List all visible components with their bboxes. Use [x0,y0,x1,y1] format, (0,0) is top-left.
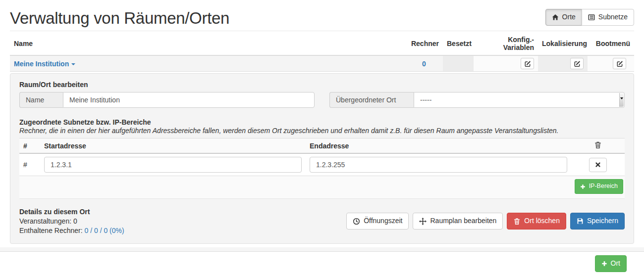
subnetze-tab-label: Subnetze [598,12,628,22]
computers-label: Enthaltene Rechner: [19,227,83,234]
location-name-link[interactable]: Meine Institution [14,60,75,68]
computers-line: Enthaltene Rechner: 0 / 0 / 0 (0%) [19,226,124,235]
edit-lokalisierung-button[interactable] [570,58,584,69]
parent-location-group: Übergeordneter Ort ----- [329,92,625,108]
column-header-konfig-variablen: Konfig.-Variablen [474,31,538,55]
edit-icon [524,60,531,67]
trash-icon [513,218,521,225]
subnets-table: # Startadresse Endadresse [19,138,625,199]
parent-location-label: Übergeordneter Ort [329,92,414,108]
column-header-hash: # [19,138,40,154]
edit-icon [616,60,623,67]
add-ip-range-label: IP-Bereich [589,182,618,191]
caret-down-icon [71,63,75,65]
chevron-down-icon [620,97,623,99]
opening-hours-button[interactable]: Öffnungszeit [346,213,409,230]
select-scroll-strip [619,93,624,107]
save-label: Speichern [587,216,618,226]
subnets-header-row: # Startadresse Endadresse [19,138,625,154]
location-name-label: Meine Institution [14,60,69,68]
edit-icon [574,60,581,67]
add-location-row: Ort [0,255,627,272]
add-location-label: Ort [611,259,620,269]
orte-tab-button[interactable]: Orte [545,9,582,26]
edit-panel: Raum/Ort bearbeiten Name Übergeordneter … [10,73,634,243]
orte-tab-label: Orte [562,12,576,22]
save-icon [577,218,584,225]
startadresse-input[interactable] [44,157,302,173]
column-header-startadresse: Startadresse [40,138,306,154]
edit-bootmenu-button[interactable] [613,58,626,69]
computers-count-link[interactable]: 0 / 0 / 0 (0%) [85,227,124,234]
x-icon [595,162,601,168]
edit-konfig-variablen-button[interactable] [521,58,534,69]
edit-floorplan-label: Raumplan bearbeiten [430,216,496,226]
details-row: Details zu diesem Ort Veranstaltungen: 0… [19,207,625,235]
column-header-rechner: Rechner [405,31,443,55]
parent-location-select[interactable]: ----- [414,92,625,108]
edit-panel-heading: Raum/Ort bearbeiten [19,81,625,89]
clock-icon [353,218,360,225]
endadresse-input[interactable] [310,157,567,173]
save-button[interactable]: Speichern [570,213,625,230]
subnets-heading: Zugeordnete Subnetze bzw. IP-Bereiche [19,118,625,126]
home-icon [552,14,559,21]
add-location-button[interactable]: Ort [595,255,627,272]
table-footer-strip [0,247,644,252]
column-header-name: Name [10,31,405,55]
details-heading: Details zu diesem Ort [19,207,124,217]
view-toggle-group: Orte Subnetze [545,9,634,26]
page-header: Verwaltung von Räumen/Orten Orte Subnetz… [10,8,634,31]
action-buttons: Öffnungszeit Raumplan [346,213,625,230]
parent-location-selected-value: ----- [420,96,431,104]
details-block: Details zu diesem Ort Veranstaltungen: 0… [19,207,124,235]
plus-icon [601,261,607,267]
events-label: Veranstaltungen: [19,217,71,225]
locations-table: Name Rechner Besetzt Konfig.-Variablen L… [10,31,634,247]
subnets-note: Rechner, die in einen der hier aufgeführ… [19,127,625,135]
besetzt-cell [443,55,474,72]
trash-icon [594,141,602,149]
events-value: 0 [73,217,77,225]
location-edit-expanded-row: Raum/Ort bearbeiten Name Übergeordneter … [10,72,634,247]
column-header-besetzt: Besetzt [443,31,474,55]
remove-subnet-button[interactable] [589,158,607,172]
name-input-group: Name [19,92,315,108]
plus-icon [580,184,586,189]
subnets-footer-row: IP-Bereich [19,176,625,199]
edit-form-row: Name Übergeordneter Ort ----- [19,92,625,108]
location-row: Meine Institution 0 [10,55,634,72]
column-header-endadresse: Endadresse [306,138,571,154]
add-ip-range-button[interactable]: IP-Bereich [575,179,623,194]
opening-hours-label: Öffnungszeit [364,216,402,226]
rechner-count-link[interactable]: 0 [422,60,426,68]
move-icon [419,218,427,225]
list-icon [588,14,595,21]
column-header-bootmenu: Bootmenü [588,31,634,55]
subnetze-tab-button[interactable]: Subnetze [582,9,634,26]
edit-floorplan-button[interactable]: Raumplan bearbeiten [413,213,503,230]
delete-location-button[interactable]: Ort löschen [507,213,566,230]
column-header-lokalisierung: Lokalisierung [538,31,588,55]
page-title: Verwaltung von Räumen/Orten [10,8,229,28]
name-field[interactable] [63,92,315,108]
subnet-row-hash: # [19,153,40,176]
locations-header-row: Name Rechner Besetzt Konfig.-Variablen L… [10,31,634,55]
subnet-row: # [19,153,625,176]
name-field-label: Name [19,92,63,108]
events-line: Veranstaltungen: 0 [19,217,124,226]
delete-location-label: Ort löschen [524,216,560,226]
